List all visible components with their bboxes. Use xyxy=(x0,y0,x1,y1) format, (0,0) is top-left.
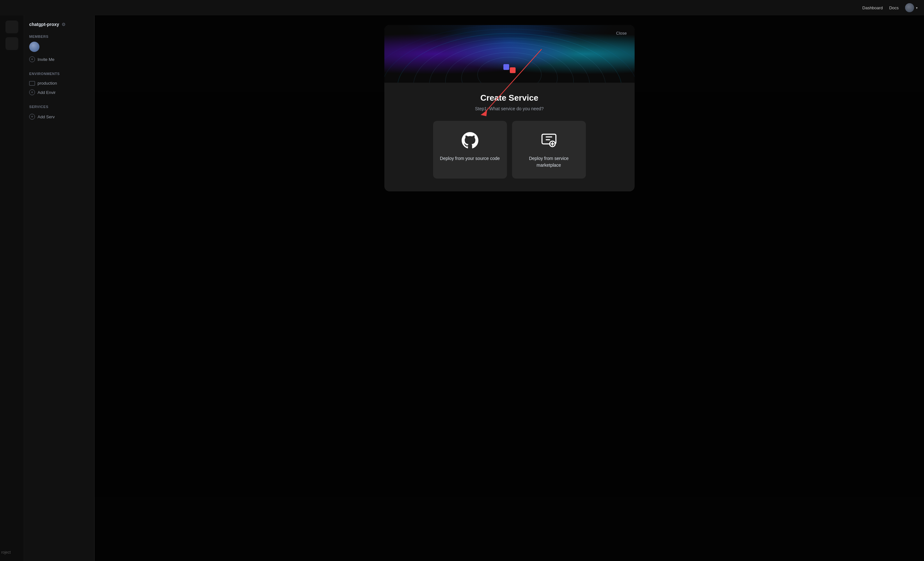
gear-icon[interactable]: ⚙ xyxy=(62,22,66,27)
project-name: chatgpt-proxy xyxy=(29,22,59,27)
services-section: Services + Add Serv xyxy=(29,105,89,121)
production-env-item[interactable]: production xyxy=(29,79,89,88)
modal-overlay: Close Create Service Step1: What service… xyxy=(94,15,462,280)
environments-label: Environments xyxy=(29,72,89,76)
sidebar: chatgpt-proxy ⚙ Members + Invite Me Envi… xyxy=(24,15,94,280)
main-area: chatgpt-proxy ⚙ Members + Invite Me Envi… xyxy=(0,15,462,280)
project-header: chatgpt-proxy ⚙ xyxy=(29,22,89,27)
invite-label: Invite Me xyxy=(38,57,54,62)
mini-nav-item-2[interactable] xyxy=(6,37,18,50)
member-avatar xyxy=(29,42,39,52)
mini-nav-item[interactable] xyxy=(6,21,18,33)
deploy-source-label: Deploy from your source code xyxy=(440,155,462,162)
modal-body: Create Service Step1: What service do yo… xyxy=(384,83,462,191)
add-env-icon: + xyxy=(29,90,35,95)
add-icon: + xyxy=(29,57,35,62)
add-service-label: Add Serv xyxy=(38,114,54,119)
add-service-icon: + xyxy=(29,114,35,120)
members-section: Members + Invite Me xyxy=(29,34,89,64)
production-label: production xyxy=(38,81,57,85)
members-label: Members xyxy=(29,34,89,39)
service-cards: Deploy from your source code D xyxy=(397,121,462,178)
add-service-item[interactable]: + Add Serv xyxy=(29,112,89,121)
top-nav: Dashboard Docs ▾ xyxy=(0,0,462,15)
server-icon xyxy=(29,81,35,85)
add-env-label: Add Envir xyxy=(38,90,56,95)
environments-section: Environments production + Add Envir xyxy=(29,72,89,97)
rings-container xyxy=(384,25,462,83)
invite-member-item[interactable]: + Invite Me xyxy=(29,54,89,64)
modal-container: Close Create Service Step1: What service… xyxy=(384,25,462,191)
modal-header: Close xyxy=(384,25,462,83)
github-icon xyxy=(460,131,462,150)
services-label: Services xyxy=(29,105,89,109)
add-env-item[interactable]: + Add Envir xyxy=(29,88,89,97)
mini-sidebar xyxy=(0,15,24,280)
deploy-source-card[interactable]: Deploy from your source code xyxy=(433,121,462,178)
